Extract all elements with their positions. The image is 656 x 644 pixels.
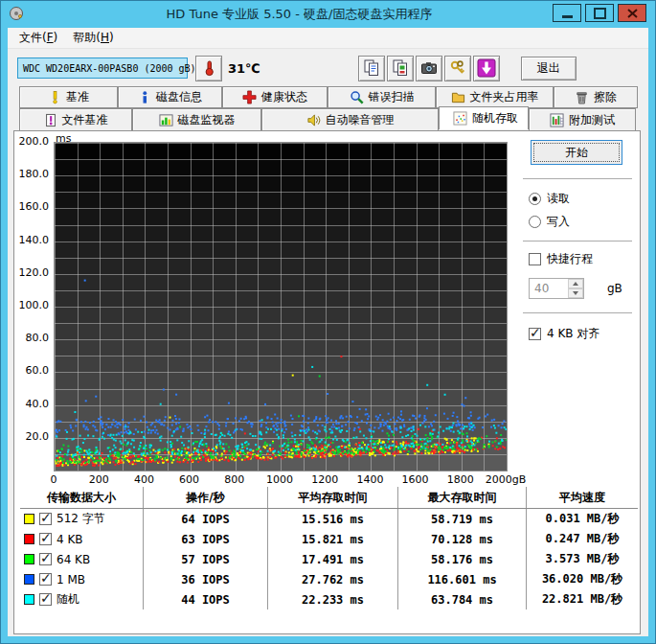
series-checkbox[interactable]	[39, 593, 52, 606]
copy-image-icon	[392, 59, 409, 77]
write-radio[interactable]	[529, 216, 541, 228]
health-icon	[242, 90, 257, 104]
options-button[interactable]	[444, 56, 471, 81]
results-table-header: 传输数据大小 操作/秒 平均存取时间 最大存取时间 平均速度	[20, 487, 638, 509]
tab-disk-info[interactable]: 磁盘信息	[118, 86, 222, 108]
copy-report-icon	[363, 59, 380, 77]
arrow-down-icon	[573, 291, 578, 295]
drive-select[interactable]: WDC WD20EARX-00PASB0 (2000 gB)	[17, 58, 188, 79]
maximize-button[interactable]	[585, 4, 614, 22]
tab-aam[interactable]: 自动噪音管理	[261, 108, 439, 131]
update-button[interactable]	[473, 56, 500, 81]
y-tick-label: 140.0	[14, 234, 49, 246]
menu-bar: 文件(F) 帮助(H)	[8, 28, 648, 49]
y-tick-label: 160.0	[14, 200, 49, 213]
folder-usage-icon	[451, 90, 465, 104]
x-tick-label: 2000gB	[477, 473, 534, 486]
table-row-1mb: 1 MB 36 IOPS 27.762 ms 116.601 ms 36.020…	[20, 569, 638, 589]
aam-icon	[306, 113, 321, 127]
series-checkbox[interactable]	[39, 553, 52, 565]
y-tick-label: 40.0	[14, 398, 49, 410]
series-color-swatch	[24, 574, 34, 585]
tab-random-access[interactable]: 随机存取	[439, 106, 529, 129]
align-option[interactable]: 4 KB 对齐	[529, 326, 632, 342]
table-row-4kb: 4 KB 63 IOPS 15.821 ms 70.128 ms 0.247 M…	[20, 529, 638, 549]
tab-health[interactable]: 健康状态	[222, 86, 328, 108]
series-checkbox[interactable]	[39, 573, 52, 586]
short-stroke-spinner[interactable]: 40	[529, 278, 584, 299]
col-transfer-size: 传输数据大小	[20, 487, 143, 508]
series-color-swatch	[24, 554, 34, 564]
test-controls: 开始 读取 写入 快捷行程 40	[523, 140, 632, 342]
minimize-icon	[562, 15, 573, 18]
app-icon	[9, 6, 24, 24]
minimize-button[interactable]	[553, 4, 581, 22]
avg-speed-value: 0.247 MB/秒	[526, 529, 638, 549]
avg-access-value: 15.821 ms	[267, 529, 397, 549]
results-table: 传输数据大小 操作/秒 平均存取时间 最大存取时间 平均速度 512 字节 64…	[20, 487, 638, 610]
tab-file-benchmark[interactable]: 文件基准	[19, 108, 132, 131]
avg-access-value: 17.491 ms	[267, 549, 397, 569]
camera-icon	[420, 59, 438, 77]
max-access-value: 58.176 ms	[397, 549, 526, 569]
short-stroke-value: 40	[530, 279, 568, 298]
short-stroke-unit: gB	[607, 282, 622, 295]
tab-erase[interactable]: 擦除	[554, 86, 638, 108]
series-checkbox[interactable]	[39, 533, 52, 545]
screenshot-button[interactable]	[416, 56, 442, 81]
toolbar-buttons	[358, 56, 502, 81]
spinner-down-button[interactable]	[568, 288, 583, 298]
menu-help[interactable]: 帮助(H)	[65, 28, 121, 48]
random-access-icon	[453, 111, 467, 126]
avg-speed-value: 3.573 MB/秒	[526, 549, 638, 569]
tab-error-scan[interactable]: 错误扫描	[328, 86, 436, 108]
exit-button[interactable]: 退出	[521, 57, 577, 80]
series-label: 512 字节	[57, 511, 105, 527]
toolbar: WDC WD20EARX-00PASB0 (2000 gB) 31℃	[8, 49, 648, 87]
tab-extra-tests[interactable]: 附加测试	[529, 108, 636, 131]
tab-benchmark[interactable]: 基准	[19, 86, 118, 108]
series-label: 随机	[57, 591, 79, 608]
start-button[interactable]: 开始	[531, 140, 622, 165]
series-checkbox[interactable]	[39, 513, 52, 525]
table-row-64kb: 64 KB 57 IOPS 17.491 ms 58.176 ms 3.573 …	[20, 549, 638, 569]
series-color-swatch	[24, 594, 34, 605]
copy-report-button[interactable]	[358, 56, 385, 81]
series-color-swatch	[24, 514, 34, 524]
menu-file[interactable]: 文件(F)	[11, 28, 65, 48]
align-checkbox[interactable]	[529, 328, 541, 340]
y-tick-label: 200.0	[14, 135, 49, 148]
avg-access-value: 22.233 ms	[267, 589, 397, 610]
thermometer-icon	[200, 59, 217, 77]
spinner-up-button[interactable]	[568, 279, 583, 288]
read-option[interactable]: 读取	[529, 191, 632, 207]
titlebar: HD Tune 专业版 5.50 - 硬盘/固态硬盘实用程序	[0, 0, 656, 28]
benchmark-icon	[48, 90, 61, 104]
temperature-value: 31℃	[228, 61, 260, 76]
short-stroke-option[interactable]: 快捷行程	[529, 251, 632, 267]
read-radio[interactable]	[529, 193, 541, 205]
col-avg-access: 平均存取时间	[267, 487, 397, 508]
y-tick-label: 20.0	[14, 430, 49, 443]
series-label: 4 KB	[57, 533, 83, 546]
tab-folder-usage[interactable]: 文件夹占用率	[436, 86, 554, 108]
arrow-up-icon	[573, 282, 578, 286]
series-label: 64 KB	[57, 553, 90, 566]
write-option[interactable]: 写入	[529, 214, 632, 230]
file-benchmark-icon	[44, 113, 57, 127]
ops-value: 57 IOPS	[143, 549, 267, 569]
keys-icon	[449, 59, 466, 77]
temperature-button[interactable]	[195, 56, 222, 81]
separator	[523, 241, 632, 242]
erase-icon	[575, 90, 589, 104]
close-button[interactable]	[618, 4, 646, 22]
tab-disk-monitor[interactable]: 磁盘监视器	[132, 108, 261, 131]
disk-monitor-icon	[159, 113, 173, 127]
y-tick-label: 180.0	[14, 168, 49, 180]
align-label: 4 KB 对齐	[547, 326, 599, 342]
max-access-value: 116.601 ms	[397, 569, 526, 589]
copy-image-button[interactable]	[387, 56, 414, 81]
ops-value: 36 IOPS	[143, 569, 267, 589]
random-access-page: ms 20.040.060.080.0100.0120.0140.0160.01…	[13, 130, 641, 634]
short-stroke-checkbox[interactable]	[529, 253, 541, 265]
